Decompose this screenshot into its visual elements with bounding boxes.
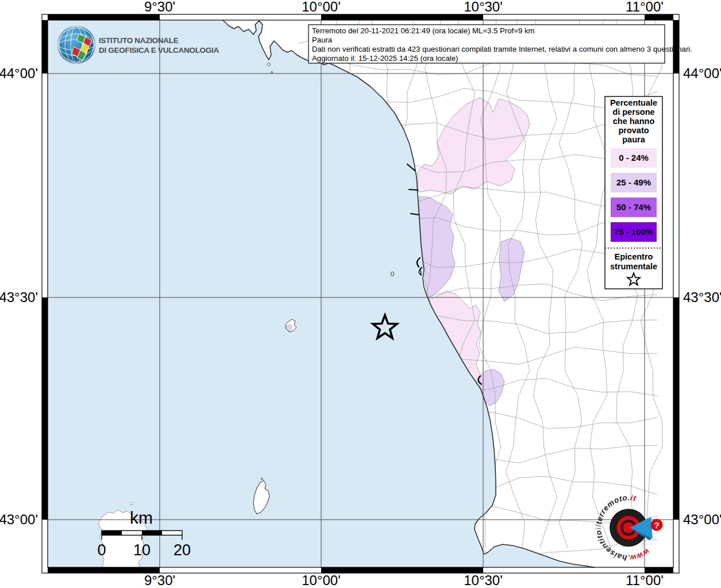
ingv-globe-icon	[57, 26, 95, 64]
axis-label-right-2: 43°30'	[683, 289, 721, 305]
scale-tick-0: 0	[97, 541, 106, 559]
event-info-box: Terremoto del 20-11-2021 06:21:49 (ora l…	[309, 25, 692, 63]
legend-title-line: Percentuale	[610, 98, 657, 107]
svg-text:?: ?	[654, 520, 659, 530]
scale-tick-20: 20	[173, 541, 191, 559]
legend-title-line: provato	[618, 126, 649, 135]
axis-label-bottom-1: 9°30'	[144, 572, 175, 588]
legend-class-label: 25 - 49%	[616, 177, 651, 187]
axis-label-top-3: 10°30'	[464, 0, 503, 14]
islet-tino	[271, 72, 273, 74]
legend-box: Percentuale di persone che hanno provato…	[605, 96, 662, 289]
islet-palmaria	[268, 63, 271, 66]
axis-label-right-3: 43°00'	[683, 512, 721, 527]
question-mark-icon: ?	[651, 519, 663, 531]
axis-label-left-1: 44°00'	[0, 65, 38, 81]
axis-label-top-4: 11°00'	[626, 0, 664, 14]
event-info-line-3: Dati non verificati estratti da 423 ques…	[312, 45, 692, 53]
legend-class-label: 75 - 100%	[614, 227, 653, 237]
scale-tick-10: 10	[133, 541, 151, 559]
ingv-name-line-1: ISTITUTO NAZIONALE	[99, 36, 179, 45]
scale-unit-label: km	[130, 508, 153, 527]
legend-epicenter-label: strumentale	[610, 262, 657, 271]
axis-label-left-2: 43°30'	[0, 289, 38, 305]
event-info-line-4: Aggiornato il: 15-12-2025 14:25 (ora loc…	[312, 54, 458, 63]
legend-title-line: di persone	[612, 107, 654, 117]
axis-label-top-2: 10°00'	[302, 0, 341, 14]
axis-label-bottom-3: 10°30'	[464, 572, 503, 588]
ingv-name-line-2: DI GEOFISICA E VULCANOLOGIA	[99, 46, 219, 55]
legend-class-label: 50 - 74%	[616, 202, 651, 212]
axis-label-bottom-2: 10°00'	[302, 572, 341, 588]
legend-class-label: 0 - 24%	[619, 153, 649, 163]
event-info-line-1: Terremoto del 20-11-2021 06:21:49 (ora l…	[312, 26, 535, 35]
axis-label-right-1: 44°00'	[683, 65, 721, 81]
axis-label-left-3: 43°00'	[0, 512, 38, 527]
legend-title-line: che hanno	[613, 117, 655, 126]
islet-giraglia	[130, 502, 133, 505]
axis-label-bottom-4: 11°00'	[626, 572, 664, 588]
axis-label-top-1: 9°30'	[144, 0, 175, 14]
felt-report-map: 9°30' 10°00' 10°30' 11°00' 9°30' 10°00' …	[0, 0, 721, 588]
harbour-light-dot	[419, 271, 421, 273]
islet-north-capraia	[261, 478, 263, 480]
event-info-line-2: Paura	[312, 36, 333, 44]
legend-epicenter-label: Epicentro	[615, 252, 653, 261]
legend-title-line: paura	[622, 135, 645, 144]
